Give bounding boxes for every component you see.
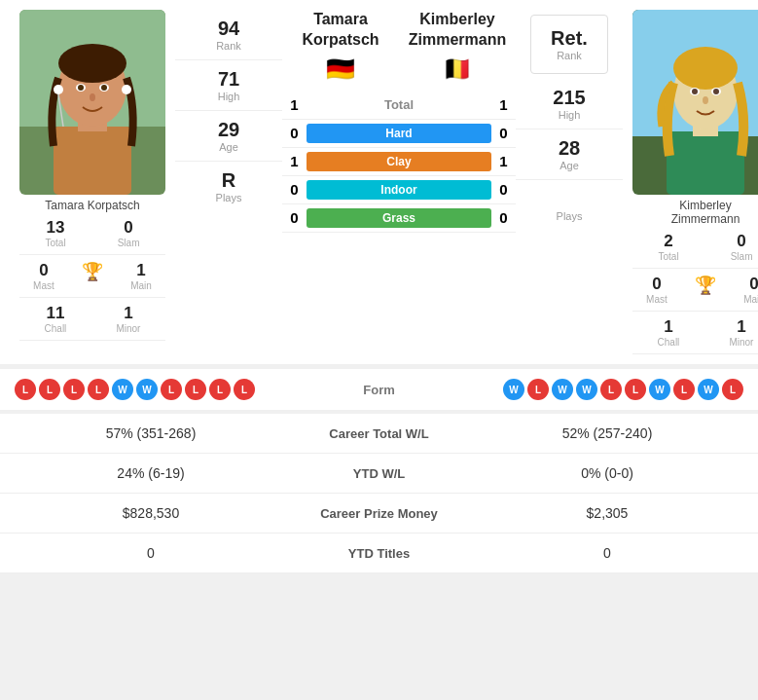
svg-point-5 bbox=[58, 44, 126, 83]
stats-row-label-0: Career Total W/L bbox=[287, 426, 471, 441]
left-main-stat: 1 Main bbox=[130, 261, 152, 291]
svg-rect-16 bbox=[667, 131, 744, 195]
right-total-label: Total bbox=[659, 251, 679, 262]
grass-left-num: 0 bbox=[282, 209, 307, 226]
stats-row-left-2: $828,530 bbox=[15, 505, 287, 521]
right-minor-label: Minor bbox=[729, 337, 753, 348]
right-rank-label: Rank bbox=[551, 50, 588, 61]
right-player-name-header: Kimberley Zimmermann bbox=[399, 10, 516, 51]
left-form-badge-l: L bbox=[161, 379, 182, 400]
player-names-row: Tamara Korpatsch Kimberley Zimmermann bbox=[282, 10, 516, 51]
left-slam-value: 0 bbox=[124, 218, 132, 238]
left-total-value: 13 bbox=[47, 218, 65, 238]
right-chall-minor-row: 1 Chall 1 Minor bbox=[632, 312, 758, 354]
left-chall-minor-row: 11 Chall 1 Minor bbox=[19, 298, 165, 341]
right-high-label: High bbox=[516, 109, 623, 121]
left-chall-label: Chall bbox=[45, 323, 67, 334]
right-slam-value: 0 bbox=[737, 232, 745, 251]
stats-row-right-3: 0 bbox=[471, 545, 743, 561]
svg-point-9 bbox=[101, 85, 107, 91]
stats-row-3: 0 YTD Titles 0 bbox=[0, 534, 758, 573]
grass-right-num: 0 bbox=[491, 209, 516, 226]
svg-rect-2 bbox=[54, 127, 131, 195]
left-main-label: Main bbox=[130, 280, 152, 291]
left-age-label: Age bbox=[175, 141, 282, 153]
left-form-badge-l: L bbox=[185, 379, 206, 400]
left-mast-value: 0 bbox=[39, 261, 48, 280]
stats-row-left-3: 0 bbox=[15, 545, 287, 561]
right-form-badge-w: W bbox=[649, 379, 670, 400]
right-form-badge-l: L bbox=[600, 379, 622, 400]
indoor-surface-btn[interactable]: Indoor bbox=[307, 180, 491, 200]
left-mid-stats: 94 Rank 71 High 29 Age R Plays bbox=[175, 10, 282, 211]
right-chall-label: Chall bbox=[658, 337, 680, 348]
left-total-label: Total bbox=[46, 238, 66, 248]
left-name-line2: Korpatsch bbox=[302, 31, 379, 48]
left-chall-value: 11 bbox=[46, 304, 64, 323]
right-flag: 🇧🇪 bbox=[399, 55, 516, 83]
left-player-stats: 13 Total 0 Slam 0 Mast 🏆 bbox=[19, 212, 165, 341]
left-rank-stat: 94 Rank bbox=[175, 10, 282, 60]
left-rank-label: Rank bbox=[175, 40, 282, 52]
clay-surface-row: 1 Clay 1 bbox=[282, 148, 516, 176]
left-main-value: 1 bbox=[136, 261, 145, 280]
svg-point-11 bbox=[54, 85, 63, 94]
right-mast-main-row: 0 Mast 🏆 0 Main bbox=[632, 269, 758, 312]
stats-row-1: 24% (6-19) YTD W/L 0% (0-0) bbox=[0, 454, 758, 494]
clay-left-num: 1 bbox=[282, 153, 307, 169]
left-flag: 🇩🇪 bbox=[282, 55, 399, 83]
stats-row-left-0: 57% (351-268) bbox=[15, 425, 287, 441]
right-slam-stat: 0 Slam bbox=[731, 232, 753, 262]
right-total-value: 2 bbox=[664, 232, 672, 251]
bottom-area: LLLLWWLLLL Form WLWWLLWLWL 57% (351-268)… bbox=[0, 364, 758, 573]
indoor-right-num: 0 bbox=[491, 181, 516, 198]
flags-row: 🇩🇪 🇧🇪 bbox=[282, 55, 516, 83]
left-trophy-icon: 🏆 bbox=[82, 261, 103, 291]
stats-row-0: 57% (351-268) Career Total W/L 52% (257-… bbox=[0, 414, 758, 454]
left-high-value: 71 bbox=[175, 68, 282, 91]
indoor-surface-row: 0 Indoor 0 bbox=[282, 176, 516, 204]
left-mast-main-row: 0 Mast 🏆 1 Main bbox=[19, 255, 165, 298]
left-mast-label: Mast bbox=[33, 280, 54, 291]
svg-point-23 bbox=[713, 89, 719, 94]
right-age-stat: 28 Age bbox=[516, 129, 623, 180]
right-mid-stats: Ret. Rank 215 High 28 Age Plays bbox=[516, 10, 623, 230]
right-slam-label: Slam bbox=[731, 251, 753, 262]
right-player-name-under: KimberleyZimmermann bbox=[671, 199, 740, 226]
right-mast-stat: 0 Mast bbox=[646, 275, 668, 305]
indoor-left-num: 0 bbox=[282, 181, 307, 198]
right-high-stat: 215 High bbox=[516, 79, 623, 129]
left-total-stat: 13 Total bbox=[46, 218, 66, 248]
grass-surface-row: 0 Grass 0 bbox=[282, 204, 516, 233]
clay-surface-btn[interactable]: Clay bbox=[307, 152, 491, 171]
hard-left-num: 0 bbox=[282, 125, 307, 141]
right-player-photo bbox=[632, 10, 758, 195]
left-mast-stat: 0 Mast bbox=[33, 261, 54, 291]
stats-row-right-1: 0% (0-0) bbox=[471, 465, 743, 481]
right-age-label: Age bbox=[516, 160, 623, 171]
total-right-num: 1 bbox=[491, 96, 516, 113]
stats-row-2: $828,530 Career Prize Money $2,305 bbox=[0, 494, 758, 534]
left-form-badge-l: L bbox=[39, 379, 60, 400]
grass-surface-btn[interactable]: Grass bbox=[307, 208, 491, 228]
hard-surface-row: 0 Hard 0 bbox=[282, 120, 516, 148]
svg-point-10 bbox=[90, 93, 95, 101]
total-surface-label: Total bbox=[307, 94, 491, 115]
left-plays-stat: R Plays bbox=[175, 162, 282, 211]
right-player-stats: 2 Total 0 Slam 0 Mast 🏆 bbox=[632, 226, 758, 354]
right-age-value: 28 bbox=[516, 137, 623, 160]
left-high-label: High bbox=[175, 91, 282, 102]
right-main-label: Main bbox=[743, 294, 758, 305]
right-minor-value: 1 bbox=[737, 317, 745, 337]
left-player-photo bbox=[19, 10, 165, 195]
left-player-column: Tamara Korpatsch 13 Total 0 Slam 0 bbox=[10, 10, 175, 341]
total-left-num: 1 bbox=[282, 96, 307, 113]
right-plays-stat: Plays bbox=[516, 180, 623, 230]
left-high-stat: 71 High bbox=[175, 60, 282, 111]
hard-surface-btn[interactable]: Hard bbox=[307, 124, 491, 143]
left-form-badge-l: L bbox=[15, 379, 36, 400]
svg-point-12 bbox=[122, 85, 131, 94]
right-form-badge-w: W bbox=[503, 379, 524, 400]
right-main-stat: 0 Main bbox=[743, 275, 758, 305]
svg-point-24 bbox=[703, 96, 708, 104]
